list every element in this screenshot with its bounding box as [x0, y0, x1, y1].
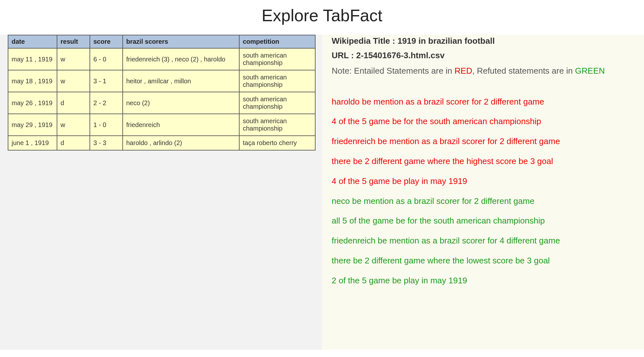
cell-score: 6 - 0 — [90, 48, 123, 70]
cell-result: w — [57, 48, 90, 70]
table-row: june 1 , 1919d3 - 3haroldo , arlindo (2)… — [8, 136, 315, 150]
statements-list: haroldo be mention as a brazil scorer fo… — [332, 96, 634, 286]
note-prefix: Note: Entailed Statements are in — [332, 66, 455, 76]
statement: friedenreich be mention as a brazil scor… — [332, 235, 634, 246]
cell-date: may 18 , 1919 — [8, 70, 57, 92]
cell-scorers: heitor , amílcar , millon — [123, 70, 239, 92]
table-header-row: date result score brazil scorers competi… — [8, 35, 315, 48]
statement: haroldo be mention as a brazil scorer fo… — [332, 96, 634, 107]
cell-competition: south american championship — [239, 92, 315, 114]
statement: friedenreich be mention as a brazil scor… — [332, 136, 634, 147]
table-panel: date result score brazil scorers competi… — [0, 35, 322, 350]
cell-result: w — [57, 114, 90, 136]
cell-result: d — [57, 136, 90, 150]
table-row: may 29 , 1919w1 - 0friedenreichsouth ame… — [8, 114, 315, 136]
cell-scorers: neco (2) — [123, 92, 239, 114]
url-value: 2-15401676-3.html.csv — [356, 50, 445, 60]
col-header-competition: competition — [239, 35, 315, 48]
cell-competition: taça roberto cherry — [239, 136, 315, 150]
note-green: GREEN — [575, 66, 605, 76]
cell-result: w — [57, 70, 90, 92]
cell-score: 1 - 0 — [90, 114, 123, 136]
cell-score: 3 - 3 — [90, 136, 123, 150]
statement: 4 of the 5 game be play in may 1919 — [332, 176, 634, 187]
table-row: may 26 , 1919d2 - 2neco (2)south america… — [8, 92, 315, 114]
note-line: Note: Entailed Statements are in RED, Re… — [332, 65, 634, 77]
info-panel: Wikipedia Title : 1919 in brazilian foot… — [322, 35, 644, 350]
statement: all 5 of the game be for the south ameri… — [332, 215, 634, 226]
cell-score: 3 - 1 — [90, 70, 123, 92]
url-line: URL : 2-15401676-3.html.csv — [332, 50, 634, 60]
statement: neco be mention as a brazil scorer for 2… — [332, 196, 634, 207]
statement: 2 of the 5 game be play in may 1919 — [332, 275, 634, 286]
url-label: URL : — [332, 50, 356, 60]
table-row: may 18 , 1919w3 - 1heitor , amílcar , mi… — [8, 70, 315, 92]
cell-date: may 26 , 1919 — [8, 92, 57, 114]
cell-scorers: friedenreich (3) , neco (2) , haroldo — [123, 48, 239, 70]
statement: there be 2 different game where the high… — [332, 156, 634, 167]
cell-scorers: haroldo , arlindo (2) — [123, 136, 239, 150]
statement: there be 2 different game where the lowe… — [332, 255, 634, 266]
cell-score: 2 - 2 — [90, 92, 123, 114]
col-header-date: date — [8, 35, 57, 48]
cell-competition: south american championship — [239, 70, 315, 92]
note-mid: , Refuted statements are in — [472, 66, 575, 76]
wiki-title-line: Wikipedia Title : 1919 in brazilian foot… — [332, 36, 634, 46]
table-row: may 11 , 1919w6 - 0friedenreich (3) , ne… — [8, 48, 315, 70]
cell-competition: south american championship — [239, 114, 315, 136]
cell-competition: south american championship — [239, 48, 315, 70]
cell-date: june 1 , 1919 — [8, 136, 57, 150]
statement: 4 of the 5 game be for the south america… — [332, 116, 634, 127]
page-title: Explore TabFact — [0, 6, 644, 25]
col-header-score: score — [90, 35, 123, 48]
wiki-title-value: 1919 in brazilian football — [397, 36, 495, 46]
col-header-scorers: brazil scorers — [123, 35, 239, 48]
cell-date: may 29 , 1919 — [8, 114, 57, 136]
note-red: RED — [455, 66, 472, 76]
data-table: date result score brazil scorers competi… — [8, 35, 316, 151]
wiki-title-label: Wikipedia Title : — [332, 36, 397, 46]
cell-result: d — [57, 92, 90, 114]
cell-date: may 11 , 1919 — [8, 48, 57, 70]
cell-scorers: friedenreich — [123, 114, 239, 136]
col-header-result: result — [57, 35, 90, 48]
